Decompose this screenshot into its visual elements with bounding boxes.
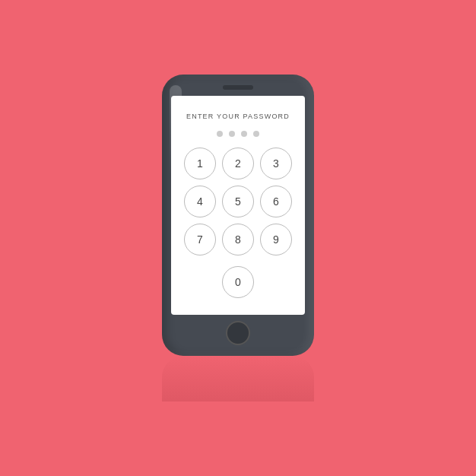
scene: ENTER YOUR PASSWORD 1 2 3 4 5 6 7 8 9 0: [162, 75, 314, 401]
zero-row: 0: [222, 266, 254, 298]
key-8[interactable]: 8: [222, 224, 254, 255]
key-6[interactable]: 6: [260, 186, 292, 217]
key-5[interactable]: 5: [222, 186, 254, 217]
home-button[interactable]: [226, 321, 250, 345]
screen: ENTER YOUR PASSWORD 1 2 3 4 5 6 7 8 9 0: [171, 96, 305, 315]
phone: ENTER YOUR PASSWORD 1 2 3 4 5 6 7 8 9 0: [162, 75, 314, 356]
password-prompt: ENTER YOUR PASSWORD: [186, 113, 290, 120]
key-0[interactable]: 0: [222, 266, 254, 298]
key-9[interactable]: 9: [260, 224, 292, 255]
dot-4: [253, 131, 259, 137]
key-2[interactable]: 2: [222, 148, 254, 179]
key-3[interactable]: 3: [260, 148, 292, 179]
speaker: [223, 85, 253, 90]
dot-2: [229, 131, 235, 137]
dots-row: [217, 131, 259, 137]
dot-3: [241, 131, 247, 137]
key-7[interactable]: 7: [184, 224, 216, 255]
key-1[interactable]: 1: [184, 148, 216, 179]
keypad: 1 2 3 4 5 6 7 8 9: [184, 148, 292, 255]
dot-1: [217, 131, 223, 137]
key-4[interactable]: 4: [184, 186, 216, 217]
phone-reflection: [162, 356, 314, 401]
